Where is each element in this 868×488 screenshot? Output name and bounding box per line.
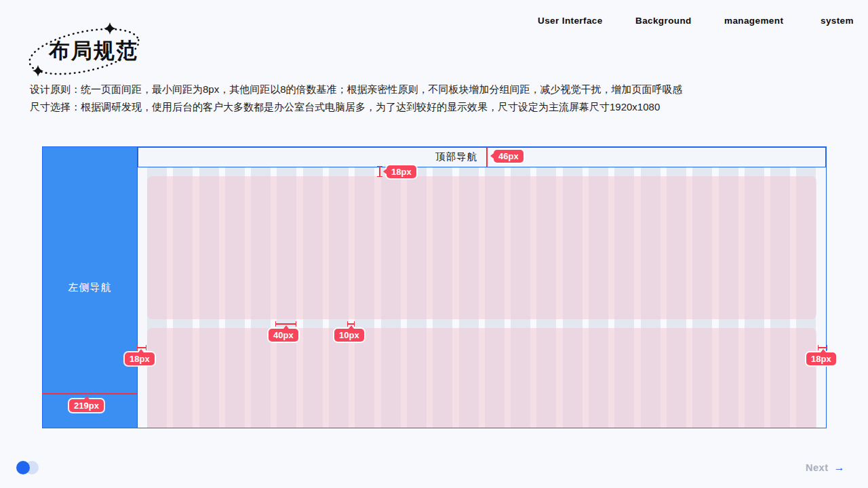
- header-word-system: system: [821, 16, 854, 26]
- arrow-right-icon: →: [834, 462, 846, 473]
- next-button[interactable]: Next→: [806, 462, 845, 474]
- layout-wireframe: 左侧导航 顶部导航: [42, 146, 827, 428]
- column-grid: [147, 167, 816, 428]
- page-title: 布局规范: [49, 37, 138, 65]
- wireframe-left-nav: 左侧导航: [43, 147, 138, 428]
- slide-layout-spec: 布局规范 User Interface Background managemen…: [0, 0, 868, 488]
- header-word-user-interface: User Interface: [538, 16, 603, 26]
- principle-line-spacing: 设计原则：统一页面间距，最小间距为8px，其他间距以8的倍数基准；根据亲密性原则…: [30, 81, 810, 98]
- header-word-background: Background: [635, 16, 692, 26]
- header-word-management: management: [724, 16, 783, 26]
- next-label: Next: [806, 462, 828, 473]
- principle-line-size: 尺寸选择：根据调研发现，使用后台的客户大多数都是办公室台式电脑居多，为了达到较好…: [30, 98, 810, 116]
- wireframe-top-nav: 顶部导航: [138, 147, 826, 167]
- top-nav-label: 顶部导航: [435, 148, 477, 166]
- pagination-dot-active[interactable]: [16, 461, 30, 474]
- page-title-group: 布局规范: [26, 19, 148, 83]
- content-block-row-2: [147, 328, 816, 428]
- design-principles-paragraph: 设计原则：统一页面间距，最小间距为8px，其他间距以8的倍数基准；根据亲密性原则…: [30, 81, 810, 116]
- wireframe-content-area: [138, 167, 826, 428]
- left-nav-label: 左侧导航: [68, 281, 112, 294]
- content-block-row-1: [147, 176, 816, 319]
